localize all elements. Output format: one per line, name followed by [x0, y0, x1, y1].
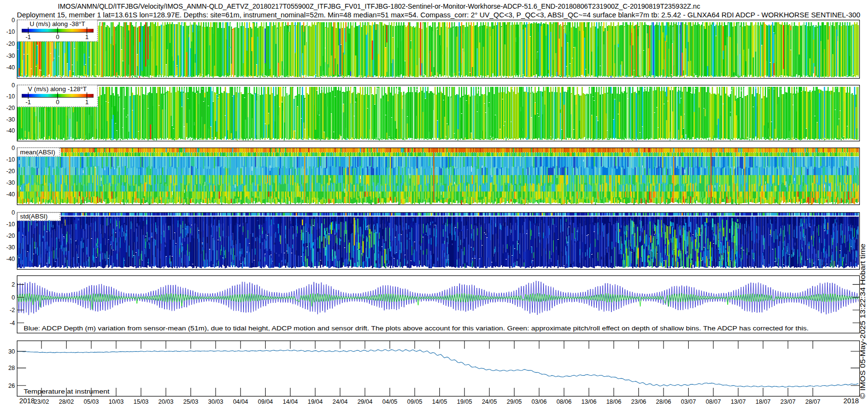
svg-text:-10: -10 — [6, 221, 15, 228]
svg-text:Temperature at instrument: Temperature at instrument — [24, 388, 109, 395]
svg-text:26: 26 — [8, 383, 15, 389]
svg-text:25/03: 25/03 — [183, 398, 198, 405]
svg-text:08/07: 08/07 — [706, 398, 721, 405]
svg-text:29/04: 29/04 — [357, 398, 372, 405]
svg-text:14/05: 14/05 — [432, 398, 447, 405]
svg-text:mean(ABSI): mean(ABSI) — [20, 149, 55, 156]
svg-text:-2: -2 — [10, 307, 15, 314]
svg-text:28: 28 — [8, 365, 15, 371]
svg-text:IMOS/ANMN/QLD/ITFJBG/Velocity/: IMOS/ANMN/QLD/ITFJBG/Velocity/IMOS_ANMN-… — [58, 2, 700, 10]
svg-text:-10: -10 — [6, 28, 15, 35]
svg-text:0: 0 — [56, 34, 59, 41]
svg-text:13/07: 13/07 — [731, 398, 746, 405]
svg-text:24/04: 24/04 — [333, 398, 348, 405]
svg-text:-1: -1 — [26, 34, 31, 41]
svg-text:Deployment 15, member 1 lat=13: Deployment 15, member 1 lat=13.61S lon=1… — [17, 11, 860, 19]
svg-text:15/03: 15/03 — [134, 398, 149, 405]
svg-text:09/05: 09/05 — [407, 398, 422, 405]
svg-text:-30: -30 — [6, 244, 15, 251]
svg-text:03/07: 03/07 — [681, 398, 696, 405]
svg-text:-10: -10 — [6, 156, 15, 163]
svg-text:24/05: 24/05 — [482, 398, 497, 405]
svg-text:10/03: 10/03 — [108, 398, 123, 405]
svg-text:-40: -40 — [6, 64, 15, 71]
svg-text:-30: -30 — [6, 116, 15, 123]
svg-text:09/04: 09/04 — [258, 398, 273, 405]
svg-text:V (m/s) along -128°T: V (m/s) along -128°T — [28, 85, 87, 93]
svg-text:08/06: 08/06 — [556, 398, 571, 405]
svg-text:30/03: 30/03 — [208, 398, 223, 405]
svg-text:-30: -30 — [6, 53, 15, 59]
svg-text:28/07: 28/07 — [805, 398, 820, 405]
svg-text:-1: -1 — [26, 99, 31, 106]
svg-text:-40: -40 — [6, 127, 15, 134]
svg-text:-20: -20 — [6, 105, 15, 111]
svg-text:19/05: 19/05 — [457, 398, 472, 405]
svg-text:29/05: 29/05 — [507, 398, 522, 405]
svg-text:23/07: 23/07 — [780, 398, 795, 405]
svg-text:-20: -20 — [6, 232, 15, 239]
svg-text:-30: -30 — [6, 179, 15, 186]
svg-text:13/06: 13/06 — [582, 398, 597, 405]
svg-text:14/04: 14/04 — [283, 398, 298, 405]
svg-text:20/03: 20/03 — [158, 398, 173, 405]
svg-text:2018: 2018 — [843, 397, 859, 405]
svg-text:04/04: 04/04 — [233, 398, 248, 405]
svg-text:28/06: 28/06 — [656, 398, 671, 405]
svg-text:18/06: 18/06 — [606, 398, 621, 405]
svg-text:0: 0 — [12, 294, 15, 301]
svg-text:0: 0 — [12, 209, 15, 216]
svg-text:2: 2 — [12, 281, 15, 288]
svg-text:19/04: 19/04 — [308, 398, 323, 405]
svg-text:23/06: 23/06 — [631, 398, 646, 405]
svg-text:-40: -40 — [6, 256, 15, 262]
svg-text:2018: 2018 — [19, 397, 35, 405]
svg-text:-4: -4 — [10, 320, 15, 327]
svg-text:Blue: ADCP Depth (m) variation: Blue: ADCP Depth (m) variation from sens… — [24, 325, 809, 332]
svg-text:0: 0 — [56, 99, 59, 106]
svg-text:© IMOS 05-May-2025 13:22:34 Ho: © IMOS 05-May-2025 13:22:34 Hobart time — [859, 244, 867, 399]
svg-text:0: 0 — [12, 17, 15, 24]
svg-text:1: 1 — [85, 99, 89, 106]
svg-text:05/03: 05/03 — [84, 398, 99, 405]
svg-text:18/07: 18/07 — [756, 398, 771, 405]
svg-text:23/02: 23/02 — [34, 398, 49, 405]
svg-text:-40: -40 — [6, 191, 15, 198]
svg-text:-20: -20 — [6, 168, 15, 175]
svg-text:0: 0 — [12, 145, 15, 151]
svg-text:std(ABSI): std(ABSI) — [20, 213, 48, 220]
svg-text:-10: -10 — [6, 93, 15, 100]
svg-text:30: 30 — [8, 348, 15, 355]
svg-text:U (m/s) along -38°T: U (m/s) along -38°T — [29, 20, 85, 27]
svg-text:-20: -20 — [6, 41, 15, 47]
svg-text:04/05: 04/05 — [382, 398, 397, 405]
svg-text:28/02: 28/02 — [59, 398, 74, 405]
svg-text:03/06: 03/06 — [531, 398, 546, 405]
svg-text:0: 0 — [12, 82, 15, 89]
svg-text:1: 1 — [85, 34, 89, 41]
